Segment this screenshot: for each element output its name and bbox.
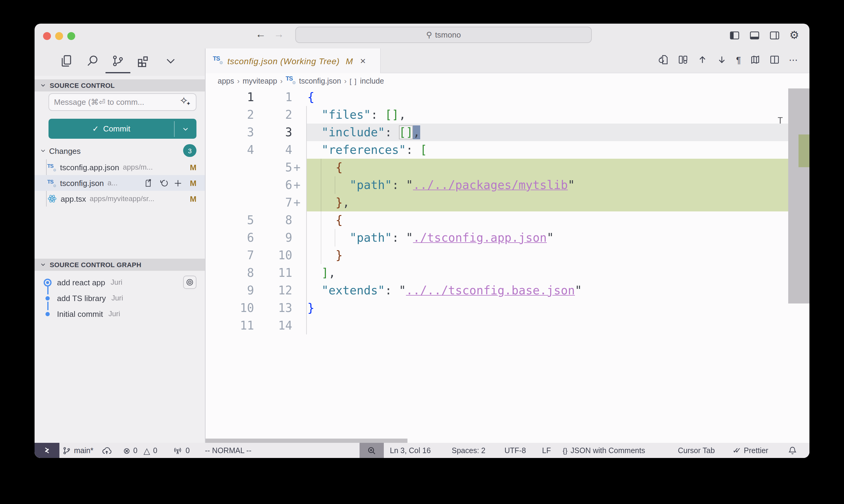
publish-sync-icon[interactable] [102, 443, 111, 458]
commit-row[interactable]: add TS libraryJuri [35, 290, 205, 306]
settings-gear-icon[interactable]: ⚙ [789, 30, 799, 41]
code-text: "files": [], [307, 106, 406, 124]
sparkle-ai-icon[interactable]: ✧✦ [179, 96, 191, 108]
icon-glyph: ✓✓ [733, 446, 737, 455]
commit-row[interactable]: add react appJuri [35, 274, 205, 290]
cursor-position-item[interactable]: Ln 3, Col 16 [390, 443, 431, 458]
command-center-search[interactable]: ⚲ tsmono [295, 26, 592, 43]
changes-header[interactable]: Changes 3 [35, 144, 205, 158]
editor-group: TS⚙ tsconfig.json (Working Tree) M × ¶ ⋯ [205, 49, 809, 443]
source-control-icon[interactable] [111, 55, 124, 67]
review-changes-icon[interactable] [678, 55, 688, 65]
commit-row[interactable]: Initial commitJuri [35, 306, 205, 322]
toggle-primary-sidebar-icon[interactable] [729, 30, 740, 40]
active-view-underline [105, 72, 131, 73]
modified-line-number: 2 [254, 106, 292, 124]
goto-current-commit-button[interactable] [183, 276, 196, 289]
breadcrumb-apps[interactable]: apps [218, 77, 234, 85]
more-views-chevron-icon[interactable] [164, 55, 177, 67]
maximize-window-button[interactable] [67, 32, 75, 40]
chevron-down-icon [40, 83, 46, 88]
modified-line-number: 4 [254, 141, 292, 159]
change-file-row[interactable]: app.tsxapps/myviteapp/sr...M [35, 191, 205, 206]
breadcrumb-separator-icon: › [344, 77, 346, 85]
diff-added-marker [292, 317, 307, 335]
file-link[interactable]: ../../packages/mytslib [413, 178, 568, 192]
breadcrumb-myviteapp[interactable]: myviteapp [243, 77, 277, 85]
stage-changes-icon[interactable] [173, 178, 183, 187]
activity-bar [35, 49, 205, 76]
problems-status-item[interactable]: ⊗0 △0 [123, 443, 157, 458]
breadcrumb-include[interactable]: include [360, 77, 384, 85]
next-change-icon[interactable] [717, 55, 727, 65]
commit-message-input[interactable]: Message (⌘⏎ to comm... ✧✦ [49, 93, 196, 111]
indentation-item[interactable]: Spaces: 2 [452, 443, 485, 458]
breadcrumb-separator-icon: › [280, 77, 282, 85]
notifications-bell-icon[interactable] [788, 443, 797, 458]
feedback-status-item[interactable]: 0 [173, 443, 190, 458]
sidebar: SOURCE CONTROL Message (⌘⏎ to comm... ✧✦… [35, 49, 205, 443]
tab-close-icon[interactable]: × [360, 55, 366, 66]
close-window-button[interactable] [43, 32, 51, 40]
modified-line-number: 9 [254, 229, 292, 247]
code-line: 1013} [206, 299, 809, 317]
commit-dropdown-button[interactable] [175, 125, 196, 132]
code-line: 22 "files": [], [206, 106, 809, 124]
horizontal-scrollbar-thumb[interactable] [206, 438, 408, 443]
open-file-icon[interactable] [144, 178, 153, 187]
explorer-icon[interactable] [61, 55, 73, 67]
more-actions-icon[interactable]: ⋯ [789, 55, 798, 65]
language-mode-item[interactable]: {}JSON with Comments [563, 443, 645, 458]
commit-button[interactable]: ✓Commit [49, 119, 196, 139]
changes-file-list: TS⚙tsconfig.app.jsonapps/m...MTS⚙tsconfi… [35, 159, 205, 206]
tab-modified-badge: M [346, 56, 352, 66]
file-link[interactable]: ../../tsconfig.base.json [406, 284, 575, 298]
change-file-row[interactable]: TS⚙tsconfig.jsona...M [35, 175, 205, 191]
discard-changes-icon[interactable] [159, 178, 168, 187]
editor-scrollbar-thumb[interactable] [788, 88, 809, 304]
extensions-icon[interactable] [136, 55, 149, 67]
code-text: "path": "../../packages/mytslib" [307, 176, 575, 194]
source-control-graph-section-header[interactable]: SOURCE CONTROL GRAPH [35, 259, 205, 271]
search-icon: ⚲ [426, 30, 432, 39]
navigate-forward-button[interactable]: → [272, 29, 286, 41]
navigate-back-button[interactable]: ← [254, 29, 268, 41]
breadcrumb-tsconfig[interactable]: tsconfig.json [299, 77, 341, 85]
change-file-row[interactable]: TS⚙tsconfig.app.jsonapps/m...M [35, 159, 205, 175]
tab-tsconfig-json[interactable]: TS⚙ tsconfig.json (Working Tree) M × [206, 49, 381, 73]
open-changes-icon[interactable] [658, 55, 669, 65]
titlebar: ← → ⚲ tsmono ⚙ [35, 24, 809, 49]
eol-item[interactable]: LF [542, 443, 551, 458]
commit-message: Initial commit [57, 309, 103, 318]
diff-added-marker [292, 264, 307, 282]
encoding-item[interactable]: UTF-8 [504, 443, 526, 458]
diff-added-marker [292, 141, 307, 159]
status-bar-icon [367, 446, 377, 455]
cursor-tab-item[interactable]: Cursor Tab [678, 443, 715, 458]
modified-line-number: 13 [254, 299, 292, 317]
breadcrumbs: apps › myviteapp › TS⚙ tsconfig.json › [… [206, 73, 809, 88]
formatter-item[interactable]: ✓✓Prettier [733, 443, 768, 458]
toggle-panel-icon[interactable] [750, 30, 760, 40]
split-editor-icon[interactable] [770, 55, 780, 65]
search-icon[interactable] [86, 55, 99, 67]
branch-status-item[interactable]: main* [63, 443, 93, 458]
diff-added-marker [292, 124, 307, 141]
diff-added-marker [292, 247, 307, 264]
previous-change-icon[interactable] [697, 55, 708, 65]
minimize-window-button[interactable] [55, 32, 63, 40]
zoom-status-icon[interactable] [360, 443, 384, 458]
toggle-secondary-sidebar-icon[interactable] [770, 30, 780, 40]
status-bar-icon [788, 446, 797, 455]
remote-indicator[interactable] [35, 443, 59, 458]
file-path: a... [108, 179, 144, 187]
file-path: apps/myviteapp/sr... [90, 195, 187, 203]
vim-mode-indicator[interactable]: -- NORMAL -- [205, 443, 251, 458]
code-lines: 11{22 "files": [],33 "include": [],44 "r… [206, 88, 809, 335]
code-text: } [307, 247, 343, 264]
map-icon[interactable] [750, 55, 760, 65]
diff-editor[interactable]: 11{22 "files": [],33 "include": [],44 "r… [206, 88, 809, 443]
toggle-whitespace-icon[interactable]: ¶ [736, 55, 741, 65]
file-link[interactable]: ./tsconfig.app.json [413, 231, 547, 245]
source-control-section-header[interactable]: SOURCE CONTROL [35, 79, 205, 91]
